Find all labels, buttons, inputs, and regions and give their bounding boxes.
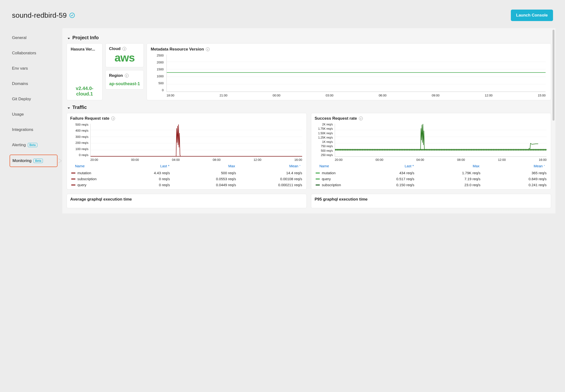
launch-console-button[interactable]: Launch Console	[511, 10, 553, 21]
sidebar-item-collaborators[interactable]: Collaborators	[10, 47, 58, 59]
series-line	[167, 72, 546, 73]
col-mean[interactable]: Mean ˅	[235, 164, 302, 168]
cloud-value: aws	[109, 51, 140, 64]
col-name[interactable]: Name	[319, 164, 348, 168]
plot-area	[90, 124, 302, 157]
table-row: query 0.517 req/s 7.19 req/s 0.849 req/s	[315, 176, 548, 182]
beta-badge: Beta	[33, 159, 43, 163]
table-row: query 0 req/s 0.0449 req/s 0.000211 req/…	[70, 182, 303, 188]
metadata-version-card: Metadata Resource Version 2500 2000 1500…	[147, 43, 551, 100]
table-row: mutation 434 req/s 1.79K req/s 365 req/s	[315, 170, 548, 176]
series-swatch	[315, 173, 320, 173]
sidebar-item-usage[interactable]: Usage	[10, 109, 58, 120]
sidebar-item-domains[interactable]: Domains	[10, 78, 58, 89]
info-icon[interactable]	[206, 47, 210, 51]
card-title: P95 graphql execution time	[315, 197, 548, 202]
y-axis: 2500 2000 1500 1000 500 0	[151, 54, 165, 92]
plot-area	[166, 55, 546, 92]
card-title: Metadata Resource Version	[151, 47, 204, 52]
table-body: mutation 4.43 req/s 500 req/s 14.4 req/s…	[70, 170, 303, 188]
series-swatch	[315, 184, 320, 185]
sidebar: General Collaborators Env vars Domains G…	[10, 28, 58, 213]
series-bump	[529, 142, 538, 150]
sidebar-item-alerting[interactable]: Alerting Beta	[10, 139, 58, 151]
section-project-info-header[interactable]: Project Info	[68, 35, 551, 41]
metadata-chart: 2500 2000 1500 1000 500 0 18:00 21:	[151, 54, 547, 97]
main-content: Project Info Hasura Ver... v2.44.0-cloud…	[62, 28, 555, 213]
chevron-down-icon	[68, 105, 71, 110]
info-icon[interactable]	[125, 74, 129, 78]
project-title: sound-redbird-59	[12, 11, 67, 19]
region-value: ap-southeast-1	[109, 81, 140, 86]
x-axis: 20:00 00:00 04:00 08:00 12:00 16:00	[335, 158, 547, 162]
table-header: Name Last Max Mean ˅	[315, 161, 548, 170]
region-card: Region ap-southeast-1	[105, 70, 144, 89]
sidebar-item-monitoring[interactable]: Monitoring Beta	[10, 154, 58, 167]
sidebar-item-env-vars[interactable]: Env vars	[10, 63, 58, 74]
sidebar-item-general[interactable]: General	[10, 32, 58, 43]
plot-area	[335, 124, 547, 157]
card-title: Hasura Ver...	[71, 47, 99, 52]
chevron-down-icon	[68, 35, 71, 41]
series-baseline	[90, 156, 302, 156]
table-body: mutation 434 req/s 1.79K req/s 365 req/s…	[315, 170, 548, 188]
x-axis: 20:00 00:00 04:00 08:00 12:00 16:00	[90, 158, 302, 162]
card-title: Success Request rate	[315, 116, 357, 121]
table-row: subscription 0 req/s 0.0553 req/s 0.0010…	[70, 176, 303, 182]
series-noise	[335, 149, 547, 151]
series-swatch	[71, 184, 75, 185]
card-title: Region	[109, 73, 123, 78]
avg-exec-time-card: Average graphql execution time	[67, 194, 307, 208]
info-icon[interactable]	[359, 117, 363, 120]
verified-icon	[70, 13, 75, 18]
info-icon[interactable]	[111, 117, 115, 120]
col-last[interactable]: Last	[348, 164, 414, 168]
card-title: Failure Request rate	[70, 116, 109, 121]
section-traffic-header[interactable]: Traffic	[68, 105, 551, 110]
col-max[interactable]: Max	[169, 164, 235, 168]
series-spike	[419, 124, 426, 156]
sidebar-item-integrations[interactable]: Integrations	[10, 124, 58, 135]
series-swatch	[71, 173, 75, 173]
series-swatch	[71, 179, 75, 180]
failure-request-rate-card: Failure Request rate 500 req/s 400 req/s…	[67, 113, 307, 190]
col-max[interactable]: Max	[414, 164, 479, 168]
table-row: mutation 4.43 req/s 500 req/s 14.4 req/s	[70, 170, 303, 176]
y-axis: 500 req/s 400 req/s 300 req/s 200 req/s …	[70, 123, 89, 157]
sidebar-item-git-deploy[interactable]: Git Deploy	[10, 93, 58, 105]
failure-chart: 500 req/s 400 req/s 300 req/s 200 req/s …	[70, 123, 303, 161]
cloud-card: Cloud aws	[105, 43, 144, 67]
card-title: Cloud	[109, 46, 120, 51]
card-title: Average graphql execution time	[70, 197, 303, 202]
col-mean[interactable]: Mean ˅	[479, 164, 547, 168]
success-chart: 2K req/s 1.75K req/s 1.50K req/s 1.25K r…	[315, 123, 548, 161]
beta-badge: Beta	[28, 143, 37, 147]
hasura-version-value: v2.44.0-cloud.1	[71, 86, 99, 97]
header: sound-redbird-59 Launch Console	[10, 10, 555, 21]
series-swatch	[315, 179, 320, 180]
series-spike	[175, 124, 182, 156]
y-axis: 2K req/s 1.75K req/s 1.50K req/s 1.25K r…	[315, 123, 334, 157]
hasura-version-card: Hasura Ver... v2.44.0-cloud.1	[67, 43, 103, 100]
table-row: subscription 0.150 req/s 23.0 req/s 0.24…	[315, 182, 548, 188]
p95-exec-time-card: P95 graphql execution time	[311, 194, 551, 208]
success-request-rate-card: Success Request rate 2K req/s 1.75K req/…	[311, 113, 551, 190]
col-last[interactable]: Last	[104, 164, 169, 168]
col-name[interactable]: Name	[75, 164, 104, 168]
table-header: Name Last Max Mean ˅	[70, 161, 303, 170]
scrollbar[interactable]	[552, 30, 554, 121]
x-axis: 18:00 21:00 00:00 03:00 06:00 09:00 12:0…	[166, 94, 546, 97]
info-icon[interactable]	[122, 47, 126, 51]
